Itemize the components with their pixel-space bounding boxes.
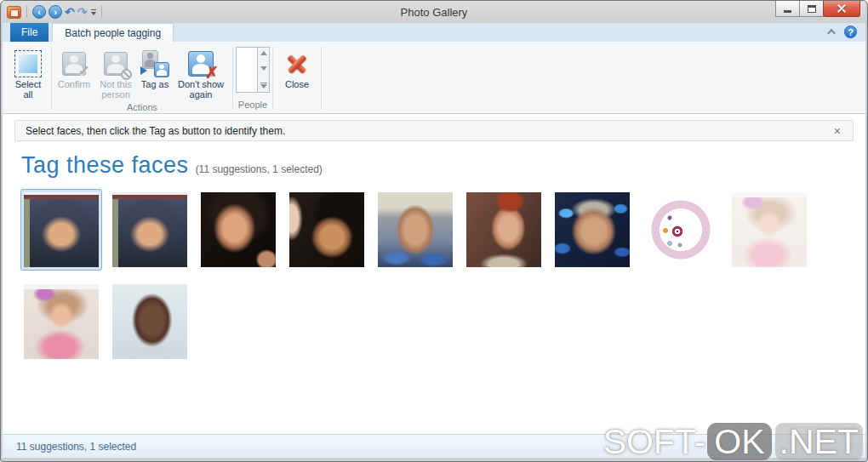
- dont-show-again-icon: ✗: [188, 51, 214, 77]
- scroll-down-icon[interactable]: [260, 66, 267, 71]
- info-bar: Select faces, then click the Tag as butt…: [14, 120, 854, 141]
- watermark-part3: .NET: [775, 423, 863, 460]
- tab-batch-people-tagging[interactable]: Batch people tagging: [52, 23, 174, 42]
- not-this-person-icon: [104, 52, 128, 76]
- maximize-icon: [808, 5, 816, 13]
- face-image-pink-circle-diagram: [643, 192, 718, 267]
- watermark: SOFT- OK .NET: [603, 423, 863, 460]
- face-thumbnail[interactable]: [728, 189, 810, 271]
- tab-file[interactable]: File: [10, 23, 49, 42]
- face-image-red-haired-woman: [466, 192, 541, 267]
- info-bar-message: Select faces, then click the Tag as butt…: [26, 125, 285, 137]
- face-thumbnail[interactable]: [109, 281, 191, 362]
- face-image-woman-dark-hair-filmstrip-2: [112, 192, 187, 267]
- confirm-icon: ✓: [62, 52, 86, 76]
- face-thumbnail[interactable]: [551, 189, 633, 271]
- face-image-older-man-glasses: [555, 192, 630, 267]
- photo-gallery-window: ‹ › ↶ ↷ Photo Gallery File Batch people …: [0, 0, 868, 462]
- watermark-part1: SOFT-: [603, 423, 706, 460]
- ribbon-separator: [232, 47, 233, 110]
- ribbon-group-close: Close: [276, 45, 318, 113]
- window-controls: [775, 1, 860, 17]
- ribbon-separator: [321, 47, 322, 110]
- titlebar: ‹ › ↶ ↷ Photo Gallery: [3, 1, 865, 23]
- face-thumbnail[interactable]: [197, 189, 279, 271]
- minimize-icon: [784, 10, 791, 13]
- face-thumbnail[interactable]: [374, 189, 456, 271]
- ribbon: Select all ✓ Confirm: [3, 42, 865, 114]
- face-image-bald-man-looking-up: [112, 284, 187, 359]
- scroll-more-icon[interactable]: [260, 83, 267, 89]
- close-icon: [837, 3, 847, 14]
- select-all-icon: [14, 50, 42, 77]
- tag-as-button[interactable]: Tag as: [138, 45, 172, 91]
- ribbon-group-people: People: [236, 45, 270, 113]
- close-window-button[interactable]: [823, 1, 860, 17]
- face-image-two-women-smiling: [289, 192, 364, 267]
- ribbon-tab-strip: File Batch people tagging ?: [3, 23, 865, 42]
- not-this-person-button[interactable]: Not this person: [94, 45, 138, 101]
- face-image-smiling-woman-dark-bg: [201, 192, 276, 267]
- people-listbox[interactable]: [236, 47, 270, 93]
- page-subtitle: (11 suggestions, 1 selected): [196, 163, 323, 175]
- tag-as-icon: [140, 50, 169, 77]
- people-group-label: People: [238, 99, 267, 113]
- face-image-girl-pink-faded: [732, 192, 807, 267]
- minimize-ribbon-icon[interactable]: [827, 29, 836, 37]
- face-image-woman-dark-hair-filmstrip: [24, 192, 99, 267]
- main-content: Select faces, then click the Tag as butt…: [3, 114, 865, 434]
- select-all-button[interactable]: Select all: [8, 45, 49, 101]
- scroll-up-icon[interactable]: [260, 51, 267, 55]
- watermark-part2: OK: [707, 423, 771, 460]
- face-image-girl-pink: [24, 284, 99, 359]
- maximize-button[interactable]: [799, 1, 824, 17]
- select-all-label: Select all: [9, 79, 47, 100]
- tag-as-label: Tag as: [141, 79, 168, 89]
- close-tagging-button[interactable]: Close: [276, 45, 318, 91]
- not-this-person-label: Not this person: [95, 79, 136, 100]
- faces-grid: [3, 179, 819, 362]
- people-scrollbar[interactable]: [258, 47, 270, 93]
- ribbon-group-actions: ✓ Confirm Not this person: [54, 45, 230, 113]
- face-thumbnail[interactable]: [20, 281, 102, 362]
- confirm-label: Confirm: [58, 79, 91, 89]
- page-title: Tag these faces: [21, 152, 189, 179]
- close-label: Close: [285, 79, 309, 89]
- minimize-button[interactable]: [775, 1, 800, 17]
- dont-show-again-label: Don't show again: [174, 79, 228, 100]
- face-thumbnail[interactable]: [109, 189, 191, 271]
- close-red-x-icon: [285, 52, 309, 76]
- ribbon-separator: [51, 47, 52, 110]
- confirm-button[interactable]: ✓ Confirm: [54, 45, 94, 91]
- face-thumbnail[interactable]: [286, 189, 368, 271]
- people-list[interactable]: [236, 47, 258, 93]
- face-thumbnail[interactable]: [640, 189, 722, 271]
- info-bar-close-icon[interactable]: ×: [832, 125, 842, 137]
- status-text: 11 suggestions, 1 selected: [16, 441, 136, 453]
- face-thumbnail[interactable]: [463, 189, 545, 271]
- window-title: Photo Gallery: [3, 6, 865, 19]
- ribbon-separator: [272, 47, 273, 110]
- face-image-man-looking-up: [378, 192, 453, 267]
- face-thumbnail[interactable]: [20, 189, 102, 271]
- dont-show-again-button[interactable]: ✗ Don't show again: [172, 45, 230, 101]
- help-icon[interactable]: ?: [844, 26, 857, 38]
- ribbon-group-select: Select all: [8, 45, 49, 113]
